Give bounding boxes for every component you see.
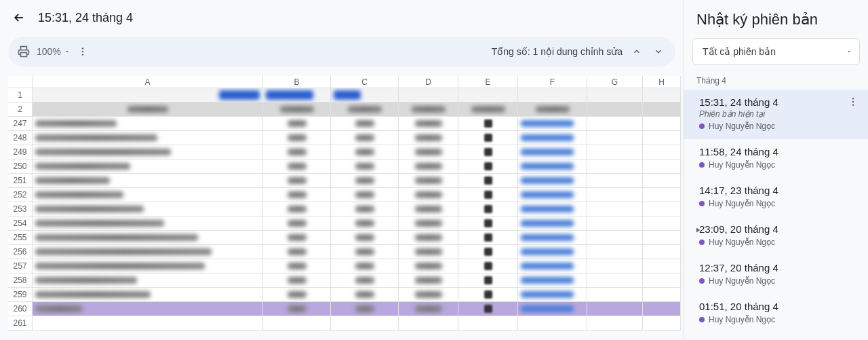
cell[interactable] bbox=[399, 288, 458, 302]
cell[interactable] bbox=[458, 259, 518, 273]
back-button[interactable] bbox=[11, 10, 27, 26]
row-header[interactable]: 255 bbox=[8, 231, 33, 245]
cell[interactable] bbox=[33, 88, 263, 102]
row-header[interactable]: 256 bbox=[8, 245, 33, 259]
cell[interactable] bbox=[399, 117, 458, 131]
prev-change-button[interactable] bbox=[629, 44, 644, 59]
cell[interactable] bbox=[399, 188, 458, 202]
column-header[interactable]: C bbox=[331, 76, 399, 88]
cell[interactable] bbox=[331, 259, 399, 273]
cell[interactable] bbox=[458, 302, 518, 316]
cell[interactable] bbox=[518, 231, 587, 245]
cell[interactable] bbox=[33, 145, 263, 159]
cell[interactable] bbox=[331, 102, 399, 117]
cell[interactable] bbox=[643, 273, 681, 288]
cell[interactable] bbox=[331, 302, 399, 316]
expand-icon[interactable] bbox=[694, 226, 702, 234]
row-header[interactable]: 253 bbox=[8, 202, 33, 216]
cell[interactable] bbox=[263, 302, 331, 316]
cell[interactable] bbox=[458, 102, 518, 117]
cell[interactable] bbox=[263, 216, 331, 231]
select-all-corner[interactable] bbox=[8, 76, 33, 88]
cell[interactable] bbox=[263, 231, 331, 245]
cell[interactable] bbox=[458, 231, 518, 245]
cell[interactable] bbox=[263, 131, 331, 145]
cell[interactable] bbox=[263, 117, 331, 131]
cell[interactable] bbox=[33, 131, 263, 145]
cell[interactable] bbox=[399, 302, 458, 316]
cell[interactable] bbox=[643, 302, 681, 316]
cell[interactable] bbox=[458, 245, 518, 259]
cell[interactable] bbox=[643, 216, 681, 231]
row-header[interactable]: 248 bbox=[8, 131, 33, 145]
cell[interactable] bbox=[263, 259, 331, 273]
cell[interactable] bbox=[458, 188, 518, 202]
cell[interactable] bbox=[331, 316, 399, 330]
cell[interactable] bbox=[643, 231, 681, 245]
cell[interactable] bbox=[331, 88, 399, 102]
cell[interactable] bbox=[458, 316, 518, 330]
cell[interactable] bbox=[643, 245, 681, 259]
cell[interactable] bbox=[587, 174, 643, 188]
cell[interactable] bbox=[399, 145, 458, 159]
more-menu-icon[interactable] bbox=[77, 46, 88, 57]
cell[interactable] bbox=[458, 288, 518, 302]
row-header[interactable]: 1 bbox=[8, 88, 33, 102]
cell[interactable] bbox=[33, 288, 263, 302]
cell[interactable] bbox=[399, 316, 458, 330]
column-header[interactable]: F bbox=[518, 76, 587, 88]
version-item[interactable]: 01:51, 20 tháng 4Huy Nguyễn Ngọc bbox=[692, 294, 860, 333]
cell[interactable] bbox=[263, 288, 331, 302]
cell[interactable] bbox=[643, 202, 681, 216]
cell[interactable] bbox=[587, 245, 643, 259]
cell[interactable] bbox=[331, 231, 399, 245]
cell[interactable] bbox=[518, 174, 587, 188]
cell[interactable] bbox=[399, 273, 458, 288]
cell[interactable] bbox=[331, 202, 399, 216]
cell[interactable] bbox=[587, 117, 643, 131]
cell[interactable] bbox=[518, 117, 587, 131]
cell[interactable] bbox=[263, 102, 331, 117]
cell[interactable] bbox=[263, 202, 331, 216]
cell[interactable] bbox=[643, 88, 681, 102]
cell[interactable] bbox=[518, 302, 587, 316]
row-header[interactable]: 260 bbox=[8, 302, 33, 316]
version-filter-dropdown[interactable]: Tất cả phiên bản bbox=[692, 38, 860, 65]
cell[interactable] bbox=[263, 159, 331, 174]
cell[interactable] bbox=[399, 202, 458, 216]
cell[interactable] bbox=[587, 216, 643, 231]
cell[interactable] bbox=[263, 273, 331, 288]
cell[interactable] bbox=[458, 202, 518, 216]
cell[interactable] bbox=[643, 316, 681, 330]
row-header[interactable]: 258 bbox=[8, 273, 33, 288]
cell[interactable] bbox=[518, 88, 587, 102]
cell[interactable] bbox=[587, 145, 643, 159]
cell[interactable] bbox=[399, 174, 458, 188]
cell[interactable] bbox=[458, 216, 518, 231]
cell[interactable] bbox=[518, 273, 587, 288]
cell[interactable] bbox=[587, 302, 643, 316]
cell[interactable] bbox=[331, 288, 399, 302]
row-header[interactable]: 250 bbox=[8, 159, 33, 174]
cell[interactable] bbox=[643, 174, 681, 188]
cell[interactable] bbox=[643, 288, 681, 302]
next-change-button[interactable] bbox=[651, 44, 666, 59]
cell[interactable] bbox=[331, 245, 399, 259]
cell[interactable] bbox=[587, 202, 643, 216]
cell[interactable] bbox=[33, 102, 263, 117]
cell[interactable] bbox=[518, 202, 587, 216]
row-header[interactable]: 247 bbox=[8, 117, 33, 131]
cell[interactable] bbox=[263, 245, 331, 259]
version-item[interactable]: 23:09, 20 tháng 4Huy Nguyễn Ngọc bbox=[692, 216, 860, 255]
column-header[interactable]: A bbox=[33, 76, 263, 88]
cell[interactable] bbox=[331, 273, 399, 288]
cell[interactable] bbox=[587, 188, 643, 202]
column-header[interactable]: D bbox=[399, 76, 458, 88]
cell[interactable] bbox=[399, 231, 458, 245]
cell[interactable] bbox=[458, 159, 518, 174]
cell[interactable] bbox=[33, 174, 263, 188]
row-header[interactable]: 254 bbox=[8, 216, 33, 231]
cell[interactable] bbox=[458, 174, 518, 188]
cell[interactable] bbox=[587, 231, 643, 245]
row-header[interactable]: 259 bbox=[8, 288, 33, 302]
